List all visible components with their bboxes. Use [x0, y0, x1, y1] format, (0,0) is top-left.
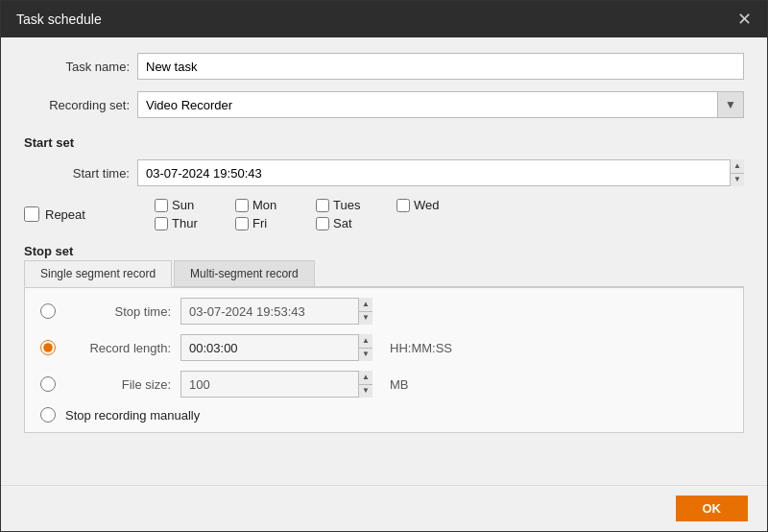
- stop-time-wrapper: ▲ ▼: [180, 298, 372, 325]
- tab-multi-segment[interactable]: Multi-segment record: [174, 260, 315, 286]
- repeat-checkbox[interactable]: [24, 206, 39, 222]
- recording-set-label: Recording set:: [24, 98, 130, 112]
- stop-time-spinner-buttons: ▲ ▼: [358, 298, 372, 325]
- start-set-section: Start set: [24, 130, 744, 152]
- record-length-unit: HH:MM:SS: [390, 341, 452, 355]
- record-length-radio[interactable]: [40, 340, 56, 355]
- start-time-input[interactable]: [137, 159, 744, 186]
- dialog-body: Task name: Recording set: Video Recorder…: [1, 37, 767, 485]
- record-length-input[interactable]: [180, 334, 372, 361]
- day-wed-label: Wed: [414, 198, 440, 212]
- day-sun-label: Sun: [172, 198, 194, 212]
- file-size-input[interactable]: [180, 371, 372, 398]
- day-fri-checkbox[interactable]: [235, 217, 249, 230]
- start-time-up-button[interactable]: ▲: [731, 159, 744, 174]
- start-time-wrapper: ▲ ▼: [137, 159, 744, 186]
- day-wed-checkbox[interactable]: [396, 199, 410, 212]
- record-length-wrapper: ▲ ▼: [180, 334, 372, 361]
- task-name-row: Task name:: [24, 53, 744, 80]
- file-size-up-button[interactable]: ▲: [359, 371, 372, 385]
- day-mon: Mon: [235, 198, 293, 212]
- day-tues-checkbox[interactable]: [316, 199, 329, 212]
- day-mon-checkbox[interactable]: [235, 199, 249, 212]
- stop-set-section: Stop set Single segment record Multi-seg…: [24, 238, 744, 433]
- stop-time-label: Stop time:: [65, 304, 171, 319]
- task-name-input[interactable]: [137, 53, 744, 80]
- file-size-down-button[interactable]: ▼: [359, 385, 372, 399]
- day-tues: Tues: [316, 198, 373, 212]
- stop-time-up-button[interactable]: ▲: [359, 298, 372, 312]
- stop-time-input[interactable]: [180, 298, 372, 325]
- repeat-row: Repeat Sun Mon Tues: [24, 198, 744, 230]
- day-sat: Sat: [316, 216, 373, 230]
- record-length-spinner-buttons: ▲ ▼: [358, 334, 372, 361]
- record-length-label: Record length:: [65, 341, 171, 355]
- stop-time-radio[interactable]: [40, 303, 56, 319]
- ok-button[interactable]: OK: [676, 496, 749, 521]
- day-sat-label: Sat: [333, 216, 352, 230]
- day-thur-checkbox[interactable]: [155, 217, 168, 230]
- file-size-label: File size:: [65, 377, 171, 392]
- day-wed: Wed: [396, 198, 454, 212]
- task-name-label: Task name:: [24, 60, 130, 74]
- day-thur-label: Thur: [172, 216, 198, 230]
- file-size-unit: MB: [390, 377, 409, 392]
- file-size-wrapper: ▲ ▼: [180, 371, 372, 398]
- stop-options-box: Stop time: ▲ ▼ Record length:: [24, 287, 744, 433]
- day-sun-checkbox[interactable]: [155, 199, 168, 212]
- day-mon-label: Mon: [252, 198, 276, 212]
- start-time-row: Start time: ▲ ▼: [24, 159, 744, 186]
- title-bar: Task schedule ✕: [1, 1, 767, 37]
- recording-set-row: Recording set: Video Recorder ▼: [24, 91, 744, 118]
- dialog-footer: OK: [1, 485, 767, 531]
- start-time-label: Start time:: [24, 166, 130, 181]
- recording-set-wrapper: Video Recorder ▼: [137, 91, 744, 118]
- record-length-up-button[interactable]: ▲: [359, 334, 372, 349]
- days-row-1: Sun Mon Tues Wed: [155, 198, 454, 212]
- repeat-label: Repeat: [45, 207, 85, 222]
- start-time-spinner-buttons: ▲ ▼: [730, 159, 744, 186]
- days-row-2: Thur Fri Sat: [155, 216, 454, 230]
- stop-time-down-button[interactable]: ▼: [359, 312, 372, 326]
- day-fri: Fri: [235, 216, 293, 230]
- stop-time-row: Stop time: ▲ ▼: [40, 298, 728, 325]
- day-fri-label: Fri: [252, 216, 267, 230]
- record-length-down-button[interactable]: ▼: [359, 349, 372, 362]
- task-schedule-dialog: Task schedule ✕ Task name: Recording set…: [0, 0, 768, 532]
- file-size-row: File size: ▲ ▼ MB: [40, 371, 728, 398]
- dialog-title: Task schedule: [16, 12, 102, 27]
- tabs-row: Single segment record Multi-segment reco…: [24, 260, 744, 287]
- day-sat-checkbox[interactable]: [316, 217, 329, 230]
- file-size-spinner-buttons: ▲ ▼: [358, 371, 372, 398]
- file-size-radio[interactable]: [40, 376, 56, 392]
- stop-set-title: Stop set: [24, 244, 744, 258]
- record-length-row: Record length: ▲ ▼ HH:MM:SS: [40, 334, 728, 361]
- start-time-down-button[interactable]: ▼: [731, 174, 744, 187]
- day-thur: Thur: [155, 216, 212, 230]
- recording-set-select[interactable]: Video Recorder: [137, 91, 744, 118]
- repeat-days: Sun Mon Tues Wed: [155, 198, 454, 230]
- day-sun: Sun: [155, 198, 212, 212]
- tab-single-segment[interactable]: Single segment record: [24, 260, 172, 287]
- close-button[interactable]: ✕: [737, 11, 752, 28]
- start-time-spinner: ▲ ▼: [137, 159, 744, 186]
- stop-manually-radio[interactable]: [40, 407, 56, 423]
- repeat-left: Repeat: [24, 206, 139, 222]
- stop-manually-label: Stop recording manually: [65, 408, 200, 423]
- start-set-title: Start set: [24, 135, 744, 150]
- day-tues-label: Tues: [333, 198, 360, 212]
- stop-manually-row: Stop recording manually: [40, 407, 728, 423]
